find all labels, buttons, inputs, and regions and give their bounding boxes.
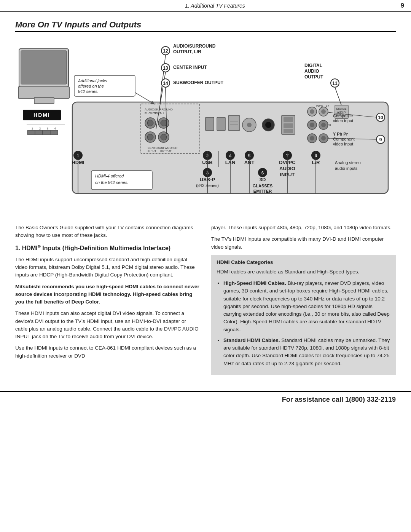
- svg-text:EMITTER: EMITTER: [253, 189, 272, 193]
- cable-intro: HDMI cables are available as Standard an…: [217, 268, 390, 276]
- svg-text:HDMI-4 offered: HDMI-4 offered: [95, 174, 124, 178]
- svg-point-52: [310, 123, 314, 127]
- svg-point-40: [265, 122, 271, 128]
- intro-para: The Basic Owner's Guide supplied with yo…: [15, 224, 200, 240]
- hdmi-heading: 1. HDMI® Inputs (High-Definition Multime…: [15, 243, 200, 253]
- hdmi-cable-box: HDMI Cable Categories HDMI cables are av…: [211, 255, 396, 375]
- svg-text:Pb: Pb: [327, 123, 331, 126]
- svg-text:Y: Y: [327, 104, 330, 107]
- svg-text:R  -OUTPUT-  L: R -OUTPUT- L: [145, 112, 165, 115]
- svg-text:HDMI: HDMI: [33, 112, 50, 118]
- svg-text:audio inputs: audio inputs: [335, 166, 358, 171]
- svg-text:1: 1: [32, 127, 33, 130]
- svg-text:AUDIO: AUDIO: [304, 69, 319, 74]
- svg-text:14: 14: [163, 81, 168, 86]
- svg-point-54: [321, 123, 326, 127]
- svg-text:DIGITAL: DIGITAL: [336, 107, 347, 110]
- svg-text:11: 11: [332, 81, 338, 86]
- svg-text:on the 842 series.: on the 842 series.: [95, 180, 128, 185]
- svg-text:9: 9: [379, 137, 382, 142]
- svg-rect-34: [228, 115, 240, 131]
- svg-rect-44: [284, 129, 293, 133]
- svg-text:OUTPUT: OUTPUT: [160, 149, 172, 153]
- svg-text:INPUT 1: INPUT 1: [316, 104, 328, 107]
- svg-rect-1: [21, 51, 67, 84]
- svg-text:3: 3: [47, 127, 49, 130]
- svg-text:CENTER INPUT: CENTER INPUT: [173, 65, 207, 70]
- hdmi-para2: These HDMI inputs can also accept digita…: [15, 310, 200, 340]
- svg-rect-42: [284, 117, 293, 122]
- svg-text:AUDIO: AUDIO: [337, 111, 346, 113]
- svg-text:GLASSES: GLASSES: [253, 184, 273, 188]
- hdmi-para3: Use the HDMI inputs to connect to CEA-86…: [15, 344, 200, 360]
- svg-rect-14: [43, 130, 50, 135]
- hdmi-para1: The HDMI inputs support uncompressed sta…: [15, 256, 200, 279]
- diagram-area: HDMI HIGH DEFINITION MULTIMEDIA INTERFAC…: [15, 37, 396, 220]
- svg-text:842 series.: 842 series.: [78, 89, 99, 94]
- svg-point-48: [321, 109, 326, 114]
- svg-text:4: 4: [54, 127, 56, 130]
- left-column: The Basic Owner's Guide supplied with yo…: [15, 224, 200, 380]
- svg-text:OUTPUT, L/R: OUTPUT, L/R: [173, 49, 201, 54]
- svg-point-21: [147, 120, 153, 126]
- section-title: More On TV Inputs and Outputs: [15, 20, 396, 32]
- svg-point-25: [147, 134, 153, 140]
- header-title: 1. Additional TV Features: [37, 3, 393, 9]
- svg-text:Composite: Composite: [333, 113, 353, 118]
- svg-text:AUDIO/SURROUND: AUDIO/SURROUND: [173, 43, 216, 49]
- tv-image: HDMI HIGH DEFINITION MULTIMEDIA INTERFAC…: [18, 49, 69, 135]
- svg-rect-15: [50, 130, 58, 135]
- svg-point-27: [161, 134, 167, 140]
- svg-text:13: 13: [163, 66, 168, 71]
- svg-text:3D: 3D: [260, 177, 266, 182]
- svg-point-57: [310, 136, 314, 141]
- page-content: More On TV Inputs and Outputs HDMI HIGH …: [0, 12, 411, 387]
- svg-text:video input: video input: [333, 142, 353, 146]
- cable-list-item-2: Standard HDMI Cables. Standard HDMI cabl…: [223, 337, 390, 367]
- svg-text:OUTPUT: OUTPUT: [304, 74, 323, 80]
- svg-text:HIGH DEFINITION MULTIMEDIA INT: HIGH DEFINITION MULTIMEDIA INTERFACE: [18, 120, 65, 122]
- svg-text:AUDIO/SURROUND: AUDIO/SURROUND: [145, 108, 173, 111]
- svg-rect-3: [34, 97, 54, 104]
- svg-text:Y Pb Pr: Y Pb Pr: [333, 132, 348, 136]
- right-para1: player. These inputs support 480i, 480p,…: [211, 224, 396, 232]
- footer-text: For assistance call 1(800) 332-2119: [282, 396, 396, 403]
- header-page: 9: [393, 2, 404, 9]
- svg-point-59: [321, 136, 326, 141]
- svg-rect-43: [284, 123, 293, 128]
- cable-box-title: HDMI Cable Categories: [217, 259, 390, 265]
- svg-rect-2: [18, 87, 69, 98]
- svg-point-23: [161, 120, 167, 126]
- svg-rect-12: [27, 130, 35, 135]
- page-header: 1. Additional TV Features 9: [0, 0, 411, 12]
- svg-point-38: [247, 123, 252, 127]
- svg-text:10: 10: [378, 115, 383, 120]
- svg-rect-13: [35, 130, 43, 135]
- right-column: player. These inputs support 480i, 480p,…: [211, 224, 396, 380]
- svg-text:12: 12: [163, 48, 168, 54]
- svg-rect-32: [206, 117, 214, 131]
- connector-diagram: HDMI HIGH DEFINITION MULTIMEDIA INTERFAC…: [15, 37, 396, 220]
- svg-text:DIGITAL: DIGITAL: [304, 63, 322, 68]
- right-para2: The TV's HDMI inputs are compatible with…: [211, 235, 396, 251]
- svg-point-46: [310, 109, 314, 114]
- svg-text:2: 2: [39, 127, 41, 130]
- svg-rect-33: [217, 117, 225, 131]
- cable-list: High-Speed HDMI Cables. Blu-ray players,…: [217, 280, 390, 367]
- cable-list-item-1: High-Speed HDMI Cables. Blu-ray players,…: [223, 280, 390, 334]
- page-footer: For assistance call 1(800) 332-2119: [0, 391, 411, 407]
- body-text: The Basic Owner's Guide supplied with yo…: [15, 224, 396, 380]
- svg-text:video input: video input: [333, 118, 353, 123]
- svg-text:INPUT: INPUT: [148, 149, 156, 153]
- svg-text:Additional jacks: Additional jacks: [78, 78, 107, 83]
- svg-text:offered on the: offered on the: [78, 84, 104, 88]
- hdmi-bold-para: Mitsubishi recommends you use high-speed…: [15, 283, 200, 306]
- svg-text:SUBWOOFER OUTPUT: SUBWOOFER OUTPUT: [173, 80, 224, 85]
- svg-text:6: 6: [261, 171, 264, 175]
- svg-text:Analog stereo: Analog stereo: [335, 160, 361, 165]
